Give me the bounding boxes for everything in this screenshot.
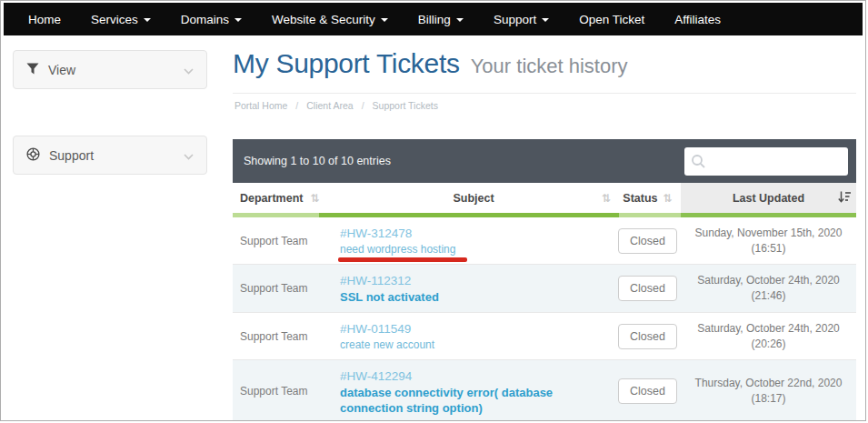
column-label: Status xyxy=(623,192,657,205)
status-badge-button[interactable]: Closed xyxy=(618,228,677,254)
ticket-subject-link[interactable]: SSL not activated xyxy=(340,289,613,305)
breadcrumb-separator: / xyxy=(295,100,298,111)
sidebar-panel-label: View xyxy=(48,63,75,77)
ticket-row[interactable]: Support Team #HW-112312 SSL not activate… xyxy=(233,265,856,313)
nav-item-open-ticket[interactable]: Open Ticket xyxy=(579,13,644,26)
nav-item-domains[interactable]: Domains xyxy=(181,13,242,26)
nav-label: Domains xyxy=(181,13,229,26)
caret-down-icon xyxy=(381,18,388,22)
status-badge-button[interactable]: Closed xyxy=(618,276,677,301)
page-subtitle: Your ticket history xyxy=(471,55,628,78)
main-navbar: Home Services Domains Website & Security… xyxy=(4,3,863,35)
ticket-row[interactable]: Support Team #HW-312478 need wordpress h… xyxy=(233,217,856,265)
nav-item-home[interactable]: Home xyxy=(28,13,61,26)
last-updated-cell: Saturday, October 24th, 2020 (20:26) xyxy=(681,313,856,359)
subject-cell: #HW-112312 SSL not activated xyxy=(333,265,614,312)
nav-item-services[interactable]: Services xyxy=(91,13,151,26)
column-header-status[interactable]: Status ⇅ xyxy=(614,183,681,213)
table-header-row: Department ⇅ Subject ⇅ Status ⇅ Last Upd… xyxy=(233,183,856,213)
browser-viewport: Home Services Domains Website & Security… xyxy=(0,0,866,421)
column-header-subject[interactable]: Subject ⇅ xyxy=(333,183,614,213)
breadcrumb-portal-home[interactable]: Portal Home xyxy=(234,100,287,111)
nav-label: Affiliates xyxy=(674,13,721,26)
table-search xyxy=(684,147,848,176)
column-header-last-updated[interactable]: Last Updated xyxy=(681,183,856,213)
page-title: My Support Tickets xyxy=(233,48,460,79)
entries-summary: Showing 1 to 10 of 10 entries xyxy=(244,155,391,167)
sort-icon[interactable]: ⇅ xyxy=(663,192,673,205)
sort-icon[interactable]: ⇅ xyxy=(310,192,319,205)
filter-icon xyxy=(26,63,39,77)
table-toolbar: Showing 1 to 10 of 10 entries xyxy=(233,139,856,183)
nav-label: Home xyxy=(28,13,61,26)
last-updated-time: (21:46) xyxy=(751,289,785,302)
status-cell: Closed xyxy=(614,360,681,421)
breadcrumb: Portal Home / Client Area / Support Tick… xyxy=(234,100,438,111)
department-cell: Support Team xyxy=(233,265,333,312)
sidebar-panel-view[interactable]: View xyxy=(13,50,207,89)
department-cell: Support Team xyxy=(233,217,333,264)
last-updated-cell: Saturday, October 24th, 2020 (21:46) xyxy=(681,265,856,312)
ticket-id-link[interactable]: #HW-312478 xyxy=(340,225,613,242)
caret-down-icon xyxy=(234,18,242,22)
nav-item-billing[interactable]: Billing xyxy=(418,13,464,26)
chevron-down-icon xyxy=(184,148,194,163)
nav-label: Open Ticket xyxy=(579,13,644,26)
ticket-id-link[interactable]: #HW-112312 xyxy=(340,272,613,289)
breadcrumb-client-area[interactable]: Client Area xyxy=(306,100,353,111)
column-label: Department xyxy=(240,192,303,205)
last-updated-cell: Sunday, November 15th, 2020 (16:51) xyxy=(681,217,856,264)
sort-desc-icon[interactable] xyxy=(838,191,851,206)
ticket-row[interactable]: Support Team #HW-412294 database connect… xyxy=(233,360,856,421)
nav-label: Website & Security xyxy=(272,13,375,26)
breadcrumb-support-tickets[interactable]: Support Tickets xyxy=(373,100,438,111)
subject-cell: #HW-312478 need wordpress hosting xyxy=(333,217,614,264)
last-updated-date: Thursday, October 22nd, 2020 xyxy=(695,377,843,389)
caret-down-icon xyxy=(144,18,151,22)
caret-down-icon xyxy=(456,18,464,22)
last-updated-date: Sunday, November 15th, 2020 xyxy=(695,227,843,239)
ticket-subject-link[interactable]: need wordpress hosting xyxy=(340,242,613,257)
ticket-subject-link[interactable]: database connectivity error( database co… xyxy=(340,385,613,416)
last-updated-cell: Thursday, October 22nd, 2020 (18:17) xyxy=(681,360,856,421)
column-label: Subject xyxy=(453,192,494,205)
nav-item-affiliates[interactable]: Affiliates xyxy=(674,13,721,26)
last-updated-time: (16:51) xyxy=(751,242,785,255)
caret-down-icon xyxy=(542,18,549,22)
sort-icon[interactable]: ⇅ xyxy=(602,192,611,205)
sidebar-panel-label: Support xyxy=(49,148,94,163)
ticket-id-link[interactable]: #HW-412294 xyxy=(340,368,613,385)
breadcrumb-separator: / xyxy=(362,100,364,111)
status-cell: Closed xyxy=(614,217,681,264)
department-cell: Support Team xyxy=(233,360,333,421)
subject-cell: #HW-412294 database connectivity error( … xyxy=(333,360,614,421)
last-updated-date: Saturday, October 24th, 2020 xyxy=(697,274,840,287)
column-header-department[interactable]: Department ⇅ xyxy=(233,183,333,213)
ticket-subject-link[interactable]: create new account xyxy=(340,337,613,352)
status-cell: Closed xyxy=(614,265,681,312)
ticket-row[interactable]: Support Team #HW-011549 create new accou… xyxy=(233,313,856,360)
last-updated-time: (18:17) xyxy=(751,392,785,405)
sidebar-panel-support[interactable]: Support xyxy=(13,136,207,175)
status-cell: Closed xyxy=(614,313,681,359)
last-updated-time: (20:26) xyxy=(751,337,785,350)
department-cell: Support Team xyxy=(233,313,333,359)
main-content: My Support Tickets Your ticket history P… xyxy=(233,48,856,79)
search-input[interactable] xyxy=(710,147,844,176)
table-body: Support Team #HW-312478 need wordpress h… xyxy=(233,217,856,421)
search-icon xyxy=(691,154,706,169)
title-divider xyxy=(233,93,856,94)
status-badge-button[interactable]: Closed xyxy=(618,378,677,404)
nav-label: Billing xyxy=(418,13,451,26)
nav-item-website-security[interactable]: Website & Security xyxy=(272,13,388,26)
red-underline-annotation xyxy=(338,257,467,262)
chevron-down-icon xyxy=(184,63,194,77)
subject-cell: #HW-011549 create new account xyxy=(333,313,614,359)
column-label: Last Updated xyxy=(733,192,804,205)
nav-label: Services xyxy=(91,13,138,26)
status-badge-button[interactable]: Closed xyxy=(618,324,677,349)
nav-label: Support xyxy=(494,13,536,26)
ticket-id-link[interactable]: #HW-011549 xyxy=(340,320,613,337)
life-ring-icon xyxy=(26,147,40,164)
nav-item-support[interactable]: Support xyxy=(494,13,549,26)
